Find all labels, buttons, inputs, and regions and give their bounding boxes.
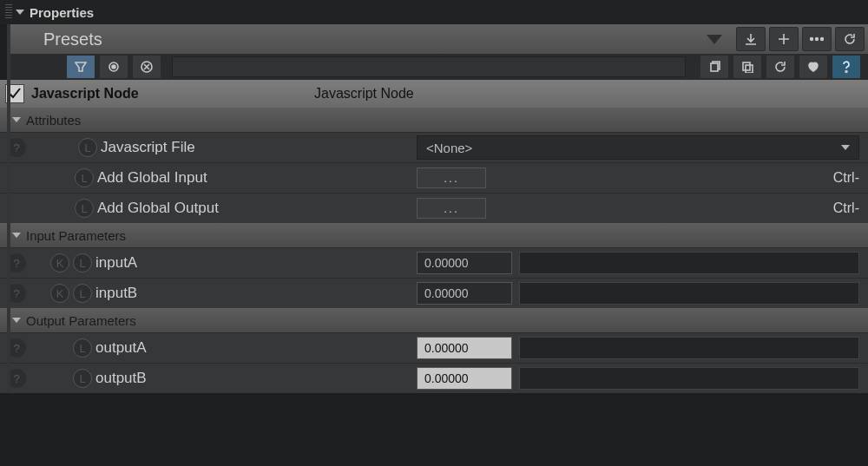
link-icon[interactable]: L <box>73 284 92 303</box>
input-b-row: ? K L inputB 0.00000 <box>0 278 868 308</box>
svg-point-2 <box>821 38 824 41</box>
node-name-left: Javascript Node <box>31 86 314 102</box>
output-b-value[interactable]: 0.00000 <box>417 367 512 390</box>
collapse-icon[interactable] <box>16 10 24 15</box>
input-a-slider[interactable] <box>519 252 859 274</box>
link-icon[interactable]: L <box>75 168 94 187</box>
drag-handle-icon[interactable] <box>5 4 12 20</box>
output-params-header[interactable]: Output Parameters <box>0 308 868 332</box>
field-label: Add Global Input <box>97 169 207 187</box>
clear-button[interactable] <box>132 55 161 79</box>
svg-point-1 <box>816 38 819 41</box>
input-b-slider[interactable] <box>519 282 859 305</box>
panel-titlebar: Properties <box>0 0 868 24</box>
presets-toolbar <box>729 27 868 51</box>
filter-button[interactable] <box>66 55 95 79</box>
field-label: Javascript File <box>101 139 195 156</box>
svg-rect-7 <box>743 62 750 70</box>
js-file-dropdown[interactable]: <None> <box>417 135 859 160</box>
svg-rect-6 <box>711 63 718 71</box>
paste-button[interactable] <box>733 55 762 79</box>
field-label: outputB <box>95 370 147 387</box>
svg-point-9 <box>845 71 847 73</box>
node-header: Javascript Node Javascript Node <box>0 80 868 108</box>
collapse-icon <box>12 318 21 323</box>
output-a-row: ? L outputA 0.00000 <box>0 332 868 363</box>
attributes-header[interactable]: Attributes <box>0 108 868 132</box>
add-button[interactable] <box>769 27 799 51</box>
favorite-button[interactable] <box>799 55 828 79</box>
node-name-right: Javascript Node <box>314 86 414 102</box>
import-button[interactable] <box>736 27 766 51</box>
help-button[interactable] <box>832 55 861 79</box>
link-icon[interactable]: L <box>75 199 94 218</box>
link-icon[interactable]: L <box>73 338 92 358</box>
presets-header: Presets <box>10 24 868 54</box>
shortcut-hint: Ctrl- <box>833 170 859 186</box>
search-input[interactable] <box>172 56 686 77</box>
more-button[interactable] <box>802 27 832 51</box>
undo-button[interactable] <box>766 55 795 79</box>
presets-dropdown-icon[interactable] <box>707 32 722 47</box>
section-title: Output Parameters <box>26 313 136 328</box>
svg-point-4 <box>112 65 115 69</box>
add-global-output-button[interactable]: ... <box>417 198 486 219</box>
link-icon[interactable]: L <box>78 138 97 157</box>
attr-add-output-row: L Add Global Output ... Ctrl- <box>0 193 868 223</box>
field-label: inputA <box>95 254 137 272</box>
svg-rect-8 <box>746 65 753 73</box>
copy-button[interactable] <box>700 55 729 79</box>
collapse-icon <box>12 233 21 238</box>
dropdown-value: <None> <box>426 141 472 155</box>
add-global-input-button[interactable]: ... <box>417 167 486 188</box>
input-a-value[interactable]: 0.00000 <box>417 252 512 274</box>
reset-button[interactable] <box>835 27 865 51</box>
field-label: Add Global Output <box>97 200 219 217</box>
key-icon[interactable]: K <box>50 284 69 303</box>
chevron-down-icon <box>841 145 850 150</box>
input-a-row: ? K L inputA 0.00000 <box>0 247 868 278</box>
input-params-header[interactable]: Input Parameters <box>0 223 868 247</box>
field-label: outputA <box>95 339 147 357</box>
output-a-value[interactable]: 0.00000 <box>417 337 512 359</box>
output-b-slider[interactable] <box>519 367 859 390</box>
key-icon[interactable]: K <box>50 253 69 272</box>
panel-title: Properties <box>30 5 94 20</box>
filter-bar <box>10 54 868 80</box>
record-button[interactable] <box>99 55 128 79</box>
attr-add-input-row: L Add Global Input ... Ctrl- <box>0 162 868 193</box>
collapse-icon <box>12 117 21 122</box>
output-b-row: ? L outputB 0.00000 <box>0 363 868 393</box>
input-b-value[interactable]: 0.00000 <box>417 282 512 305</box>
shortcut-hint: Ctrl- <box>833 200 859 216</box>
section-title: Attributes <box>26 113 81 128</box>
presets-label: Presets <box>43 30 102 49</box>
gutter-spine <box>7 24 10 393</box>
link-icon[interactable]: L <box>73 253 92 272</box>
attr-js-file-row: ? L Javascript File <None> <box>0 132 868 162</box>
svg-point-0 <box>811 38 813 41</box>
output-a-slider[interactable] <box>519 337 859 359</box>
section-title: Input Parameters <box>26 228 126 243</box>
field-label: inputB <box>95 285 137 302</box>
link-icon[interactable]: L <box>73 369 92 388</box>
